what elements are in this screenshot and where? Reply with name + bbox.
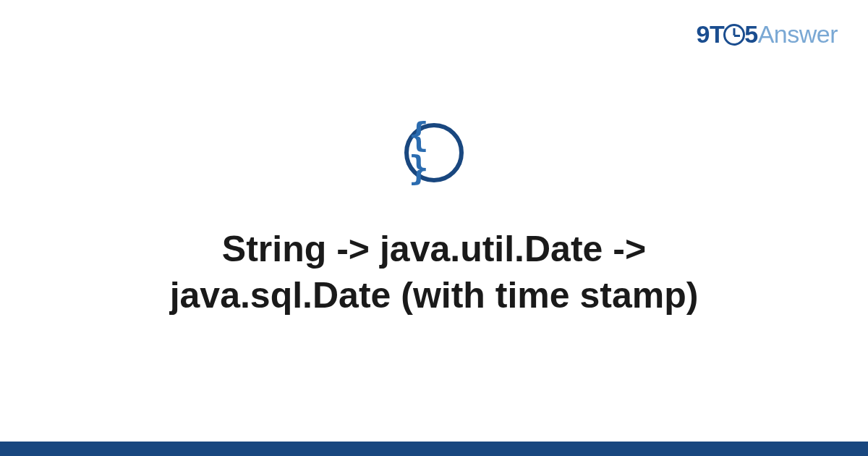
code-braces-icon: { } <box>409 118 459 185</box>
footer-accent-bar <box>0 442 868 456</box>
question-title: String -> java.util.Date -> java.sql.Dat… <box>101 226 767 318</box>
category-icon-circle: { } <box>404 123 464 182</box>
main-content: { } String -> java.util.Date -> java.sql… <box>0 0 868 442</box>
